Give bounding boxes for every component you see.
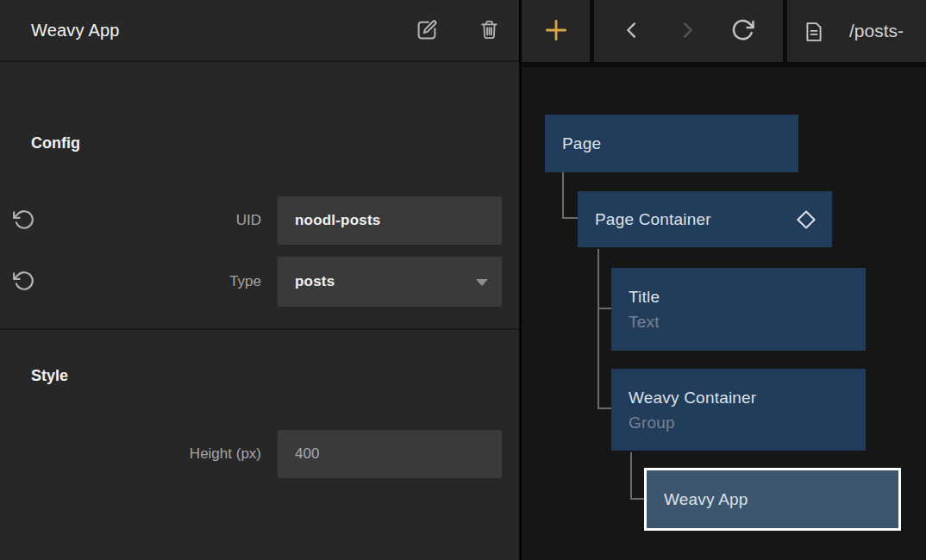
toolbar-add-section — [522, 0, 590, 62]
back-button[interactable] — [619, 18, 645, 44]
node-label: Weavy App — [664, 487, 898, 512]
trash-icon — [478, 18, 501, 44]
tree-node-page-container[interactable]: Page Container — [578, 191, 832, 247]
config-section-heading: Config — [31, 134, 80, 152]
height-label: Height (px) — [41, 445, 278, 463]
node-label: Weavy Container — [629, 385, 866, 410]
type-reset-slot — [10, 269, 41, 295]
type-property-row: Type posts — [0, 257, 519, 307]
toolbar-nav-section — [594, 0, 783, 62]
delete-button[interactable] — [474, 16, 504, 46]
tree-connector — [630, 452, 644, 500]
plus-icon — [541, 16, 571, 47]
add-node-button[interactable] — [541, 16, 571, 46]
properties-header: Weavy App — [0, 0, 519, 62]
panel-title: Weavy App — [31, 21, 120, 40]
document-icon — [802, 20, 826, 44]
uid-label: UID — [41, 212, 278, 229]
tree-node-weavy-app-selected[interactable]: Weavy App — [644, 468, 901, 531]
height-property-row: Height (px) 400 — [0, 430, 519, 478]
edit-icon — [414, 17, 440, 46]
node-label: Page — [562, 131, 798, 156]
tree-connector — [598, 249, 611, 409]
node-tree: Page Page Container Title Text Weavy Con… — [522, 67, 926, 560]
section-divider — [0, 328, 519, 330]
type-value: posts — [295, 273, 335, 290]
forward-icon — [675, 18, 699, 45]
tree-node-weavy-container[interactable]: Weavy Container Group — [611, 369, 866, 451]
uid-property-row: UID noodl-posts — [0, 196, 519, 245]
reset-icon — [12, 270, 34, 295]
style-section-heading: Style — [31, 367, 68, 385]
uid-reset-slot — [10, 208, 41, 233]
edit-button[interactable] — [412, 16, 441, 46]
height-value: 400 — [295, 445, 319, 463]
app-root: Weavy App — [0, 0, 926, 560]
tree-node-page[interactable]: Page — [545, 115, 798, 172]
diamond-icon — [794, 208, 818, 232]
node-label: Title — [629, 284, 866, 309]
node-type-label: Text — [629, 309, 866, 334]
tree-connector — [562, 172, 578, 219]
back-icon — [620, 18, 644, 45]
uid-reset-button[interactable] — [10, 208, 36, 233]
page-url[interactable]: /posts- — [849, 21, 904, 41]
forward-button[interactable] — [674, 18, 700, 44]
chevron-down-icon — [476, 279, 488, 286]
height-input[interactable]: 400 — [278, 430, 502, 478]
node-type-label: Group — [629, 410, 866, 435]
reset-icon — [12, 208, 34, 233]
tree-connector — [598, 308, 611, 309]
type-label: Type — [41, 273, 278, 290]
uid-input[interactable]: noodl-posts — [278, 196, 502, 245]
refresh-button[interactable] — [729, 18, 755, 44]
uid-value: noodl-posts — [295, 212, 380, 229]
refresh-icon — [729, 17, 755, 46]
tree-node-title[interactable]: Title Text — [611, 268, 866, 351]
preview-panel: /posts- Page Page Container Title Tex — [522, 0, 926, 560]
type-reset-button[interactable] — [10, 269, 36, 295]
type-dropdown[interactable]: posts — [278, 257, 502, 307]
header-actions — [412, 0, 504, 62]
toolbar-url-section: /posts- — [787, 0, 926, 62]
properties-panel: Weavy App — [0, 0, 519, 560]
